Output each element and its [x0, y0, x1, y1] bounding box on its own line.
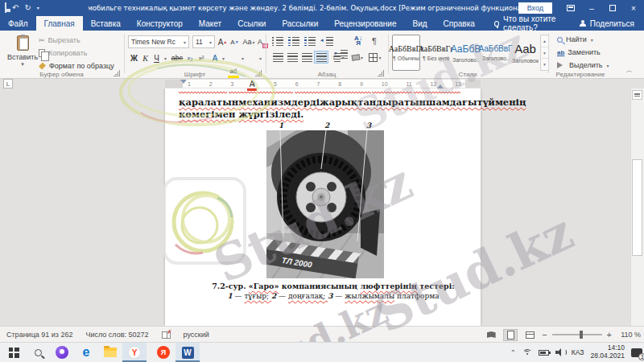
tab-home[interactable]: Главная [36, 16, 83, 31]
ribbon-display-options-icon[interactable] [560, 0, 581, 16]
underline-dropdown-icon[interactable]: ▾ [162, 51, 168, 64]
battery-icon[interactable] [539, 350, 549, 356]
style-heading2[interactable]: АаБбВвГ Заголово... [481, 35, 510, 71]
proofing-status-icon[interactable] [162, 331, 171, 339]
align-left-button[interactable] [270, 51, 285, 64]
sort-button[interactable]: А↓Я [351, 35, 365, 47]
font-dialog-launcher-icon[interactable] [255, 70, 262, 76]
word-count[interactable]: Число слов: 50272 [85, 331, 148, 339]
paragraph-dialog-launcher-icon[interactable] [378, 70, 384, 76]
superscript-button[interactable]: x² [196, 51, 207, 64]
font-name-select[interactable]: Times New Rc▾ [128, 35, 189, 48]
cut-button[interactable]: ✂ Вырезать [39, 36, 80, 44]
bold-button[interactable]: Ж [129, 51, 139, 64]
format-painter-button[interactable]: Формат по образцу [39, 62, 114, 70]
copy-button[interactable]: Копировать [39, 49, 87, 57]
grow-font-button[interactable]: А▲ [217, 35, 229, 48]
decrease-indent-button[interactable]: ◂ [320, 35, 335, 47]
highlight-dropdown-icon[interactable]: ▾ [239, 51, 246, 64]
read-mode-button[interactable] [484, 329, 498, 341]
style-heading1[interactable]: АаБбВ Заголово... [452, 35, 480, 71]
tab-review[interactable]: Рецензирование [326, 16, 404, 31]
font-color-dropdown-icon[interactable]: ▾ [257, 51, 263, 64]
document-text[interactable]: қаралатын механизмдерді жарықтандыратын … [179, 92, 460, 120]
save-icon[interactable] [5, 4, 6, 12]
style-normal[interactable]: АаБбВвГг ¶ Обычный [392, 35, 420, 71]
right-indent-marker[interactable] [437, 81, 444, 88]
clipboard-dialog-launcher-icon[interactable] [114, 70, 120, 76]
shading-button[interactable]: ▾ [350, 51, 365, 64]
zoom-out-button[interactable]: − [542, 330, 547, 339]
tab-design[interactable]: Конструктор [129, 16, 191, 31]
styles-scroll-up-icon[interactable]: ▲ [541, 35, 548, 47]
wifi-icon[interactable] [522, 349, 532, 356]
close-button[interactable]: × [623, 0, 644, 16]
left-indent-marker[interactable] [180, 80, 187, 87]
language-indicator[interactable]: русский [184, 331, 209, 339]
paste-button[interactable]: Вставить ▾ [6, 34, 39, 74]
tab-insert[interactable]: Вставка [83, 16, 129, 31]
start-button[interactable] [2, 343, 26, 362]
redo-icon[interactable]: ↻ [24, 4, 31, 12]
notification-center-icon[interactable]: 3 [631, 348, 642, 357]
tab-help[interactable]: Справка [436, 16, 483, 31]
justify-button[interactable] [314, 51, 328, 64]
share-button[interactable]: Поделиться [580, 16, 644, 31]
page-indicator[interactable]: Страница 91 из 262 [6, 331, 72, 339]
taskbar-word-button[interactable]: W [175, 343, 200, 362]
speaker-icon[interactable] [555, 348, 565, 356]
clock[interactable]: 14:10 28.04.2021 [590, 344, 625, 360]
font-color-button[interactable]: А [247, 77, 257, 90]
tab-view[interactable]: Вид [405, 16, 436, 31]
change-case-button[interactable]: Аа▾ [242, 35, 255, 48]
minimize-button[interactable]: – [581, 0, 602, 16]
taskbar-alice-button[interactable] [50, 343, 74, 362]
taskbar-search-button[interactable] [26, 343, 50, 362]
undo-icon[interactable]: ↶ [12, 4, 19, 12]
figure-image[interactable]: 1 2 3 [264, 121, 386, 280]
ruler-toggle-icon[interactable] [632, 90, 642, 100]
zoom-slider-thumb[interactable] [580, 331, 583, 339]
align-right-button[interactable] [299, 51, 314, 64]
print-layout-button[interactable] [503, 329, 518, 341]
replace-button[interactable]: ab Заменить [557, 48, 601, 56]
keyboard-language[interactable]: КАЗ [572, 348, 584, 356]
clear-formatting-button[interactable]: А [255, 35, 265, 48]
tab-mailings[interactable]: Рассылки [274, 16, 326, 31]
scrollbar-thumb[interactable] [632, 159, 642, 256]
text-effects-dropdown-icon[interactable]: ▾ [220, 51, 226, 64]
collapse-ribbon-icon[interactable]: ︿ [626, 66, 633, 75]
subscript-button[interactable]: x₂ [184, 51, 196, 64]
font-size-select[interactable]: 11▾ [192, 35, 215, 48]
document-page[interactable]: қаралатын механизмдерді жарықтандыратын … [165, 88, 481, 326]
line-spacing-button[interactable]: ↕▾ [331, 51, 345, 64]
numbering-button[interactable] [287, 35, 301, 47]
bullets-button[interactable] [270, 35, 285, 47]
show-marks-button[interactable]: ¶ [367, 35, 382, 47]
tab-file[interactable]: Файл [0, 16, 36, 31]
taskbar-yandex-browser-button[interactable]: Y [122, 343, 147, 362]
tab-references[interactable]: Ссылки [229, 16, 274, 31]
italic-button[interactable]: К [140, 51, 151, 64]
underline-button[interactable]: Ч [151, 51, 162, 64]
select-button[interactable]: Выделить ▾ [557, 61, 609, 69]
qat-customize-icon[interactable]: ▾ [37, 6, 39, 10]
style-title[interactable]: Аab Заголовок [511, 35, 539, 71]
style-no-spacing[interactable]: АаБбВвГг ¶ Без инте... [422, 35, 450, 71]
tab-selector[interactable]: L [3, 79, 13, 88]
taskbar-edge-button[interactable]: e [74, 343, 98, 362]
find-button[interactable]: Найти ▾ [557, 35, 593, 43]
hidden-icons-chevron-icon[interactable]: ⌃ [510, 349, 516, 356]
styles-scroll-down-icon[interactable]: ▼ [541, 47, 548, 60]
styles-more-icon[interactable]: ▼ [541, 59, 548, 70]
zoom-in-button[interactable]: + [607, 330, 612, 339]
borders-button[interactable]: ▾ [368, 51, 382, 64]
horizontal-ruler[interactable]: 12345678910111213 [165, 80, 481, 88]
taskbar-explorer-button[interactable] [98, 343, 122, 362]
multilevel-list-button[interactable] [303, 35, 317, 47]
web-layout-button[interactable] [522, 329, 537, 341]
zoom-slider[interactable] [552, 334, 602, 335]
vertical-scrollbar[interactable] [630, 88, 644, 326]
strikethrough-button[interactable]: abc [170, 51, 184, 64]
sign-in-button[interactable]: Вход [518, 2, 552, 14]
